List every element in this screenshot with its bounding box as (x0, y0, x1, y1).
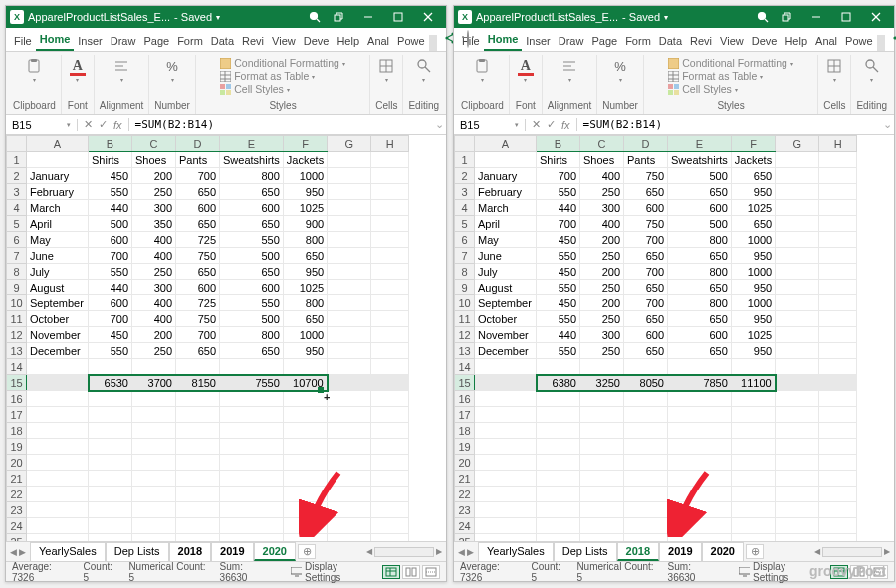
h-scrollbar[interactable] (822, 547, 882, 557)
cell-G23[interactable] (776, 502, 819, 518)
cell-G24[interactable] (776, 518, 819, 534)
cell-G14[interactable] (328, 359, 371, 375)
cell-E4[interactable]: 600 (668, 200, 732, 216)
cell-D17[interactable] (624, 407, 668, 423)
cell-B7[interactable]: 700 (89, 248, 132, 264)
page-layout-view-button[interactable] (850, 565, 868, 579)
cell-H20[interactable] (819, 455, 857, 471)
cell-F23[interactable] (283, 502, 327, 518)
cell-H18[interactable] (371, 423, 409, 439)
row-header-15[interactable]: 15 (7, 375, 27, 391)
cell-A5[interactable]: April (27, 216, 89, 232)
cell-B14[interactable] (537, 359, 580, 375)
row-header-11[interactable]: 11 (7, 311, 27, 327)
cell-D1[interactable]: Pants (624, 152, 668, 168)
cell-A17[interactable] (475, 407, 537, 423)
row-header-7[interactable]: 7 (455, 248, 475, 264)
ribbon-tab-view[interactable]: View (268, 32, 300, 51)
cell-F12[interactable]: 1000 (283, 327, 327, 343)
cell-E20[interactable] (220, 455, 284, 471)
cell-G19[interactable] (776, 439, 819, 455)
row-header-13[interactable]: 13 (455, 343, 475, 359)
page-break-view-button[interactable] (870, 565, 888, 579)
cell-C7[interactable]: 250 (580, 248, 624, 264)
col-header-E[interactable]: E (668, 136, 732, 152)
cell-D19[interactable] (176, 439, 220, 455)
cell-E23[interactable] (668, 502, 732, 518)
cell-G17[interactable] (776, 407, 819, 423)
restore-down-button[interactable] (773, 7, 800, 27)
cell-H22[interactable] (819, 487, 857, 502)
cell-D24[interactable] (624, 518, 668, 534)
cell-A21[interactable] (27, 471, 89, 487)
cell-F7[interactable]: 650 (283, 248, 327, 264)
ribbon-tab-powe[interactable]: Powe (393, 32, 429, 51)
cell-B2[interactable]: 450 (89, 168, 132, 184)
cell-A20[interactable] (475, 455, 537, 471)
cell-F4[interactable]: 1025 (731, 200, 775, 216)
cell-D6[interactable]: 700 (624, 232, 668, 248)
cell-G2[interactable] (328, 168, 371, 184)
ribbon-tab-home[interactable]: Home (36, 30, 75, 51)
sheet-tab-yearlysales[interactable]: YearlySales (30, 542, 106, 561)
cell-H25[interactable] (371, 534, 409, 542)
cell-G15[interactable] (776, 375, 819, 391)
cell-styles-button[interactable]: Cell Styles ▾ (668, 83, 738, 95)
cell-D12[interactable]: 700 (176, 327, 220, 343)
cell-D6[interactable]: 725 (176, 232, 220, 248)
cell-H15[interactable] (819, 375, 857, 391)
row-header-16[interactable]: 16 (7, 391, 27, 407)
col-header-H[interactable]: H (819, 136, 857, 152)
cell-F24[interactable] (283, 518, 327, 534)
row-header-19[interactable]: 19 (455, 439, 475, 455)
cell-A25[interactable] (27, 534, 89, 542)
row-header-18[interactable]: 18 (455, 423, 475, 439)
cell-C15[interactable]: 3700 (132, 375, 176, 391)
cell-C16[interactable] (580, 391, 624, 407)
sheet-tab-2018[interactable]: 2018 (169, 542, 211, 561)
cell-F20[interactable] (283, 455, 327, 471)
cell-G3[interactable] (328, 184, 371, 200)
cell-F8[interactable]: 1000 (731, 264, 775, 280)
spreadsheet-grid[interactable]: ABCDEFGH1ShirtsShoesPantsSweatshirtsJack… (454, 135, 894, 541)
cell-E17[interactable] (220, 407, 284, 423)
cell-D7[interactable]: 750 (176, 248, 220, 264)
cell-H18[interactable] (819, 423, 857, 439)
cell-D3[interactable]: 650 (624, 184, 668, 200)
col-header-F[interactable]: F (731, 136, 775, 152)
cell-B17[interactable] (89, 407, 132, 423)
cell-B19[interactable] (537, 439, 580, 455)
row-header-1[interactable]: 1 (7, 152, 27, 168)
cell-H10[interactable] (819, 295, 857, 311)
cell-H9[interactable] (819, 280, 857, 295)
cell-G3[interactable] (776, 184, 819, 200)
maximize-button[interactable] (832, 7, 860, 27)
sheet-tab-2020[interactable]: 2020 (254, 542, 296, 561)
cell-B3[interactable]: 550 (537, 184, 580, 200)
cell-G18[interactable] (776, 423, 819, 439)
cell-E24[interactable] (668, 518, 732, 534)
cell-C25[interactable] (580, 534, 624, 542)
cell-G6[interactable] (776, 232, 819, 248)
row-header-13[interactable]: 13 (7, 343, 27, 359)
row-header-11[interactable]: 11 (455, 311, 475, 327)
cell-B11[interactable]: 550 (537, 311, 580, 327)
cell-F4[interactable]: 1025 (283, 200, 327, 216)
col-header-F[interactable]: F (283, 136, 327, 152)
cell-H16[interactable] (819, 391, 857, 407)
cell-H15[interactable] (371, 375, 409, 391)
cell-B20[interactable] (537, 455, 580, 471)
name-box[interactable]: B15▾ (454, 119, 526, 131)
row-header-3[interactable]: 3 (455, 184, 475, 200)
ribbon-tab-anal[interactable]: Anal (811, 32, 841, 51)
cell-E6[interactable]: 550 (220, 232, 284, 248)
cell-E12[interactable]: 800 (220, 327, 284, 343)
cell-F20[interactable] (731, 455, 775, 471)
cell-F10[interactable]: 1000 (731, 295, 775, 311)
formula-input[interactable]: =SUM(B2:B14) (129, 118, 432, 131)
cell-G1[interactable] (328, 152, 371, 168)
cell-B11[interactable]: 700 (89, 311, 132, 327)
cell-A7[interactable]: June (27, 248, 89, 264)
cell-G5[interactable] (776, 216, 819, 232)
h-scrollbar[interactable] (374, 547, 434, 557)
